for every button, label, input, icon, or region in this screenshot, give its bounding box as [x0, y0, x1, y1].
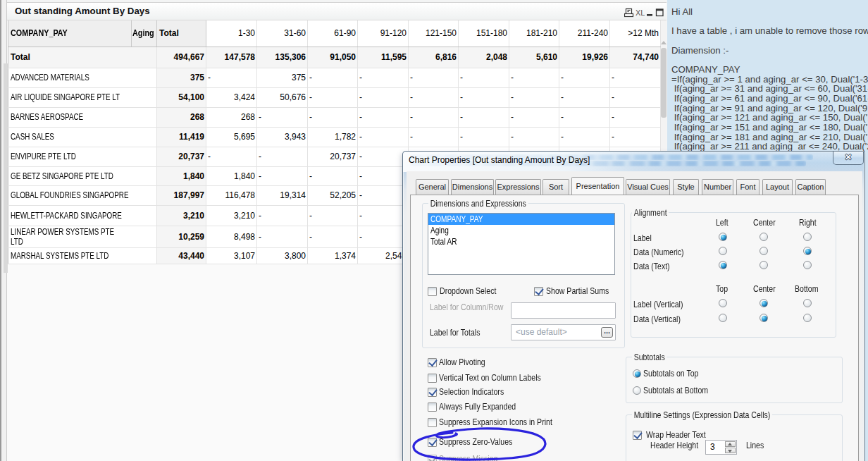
- svg-text:XL: XL: [636, 8, 645, 17]
